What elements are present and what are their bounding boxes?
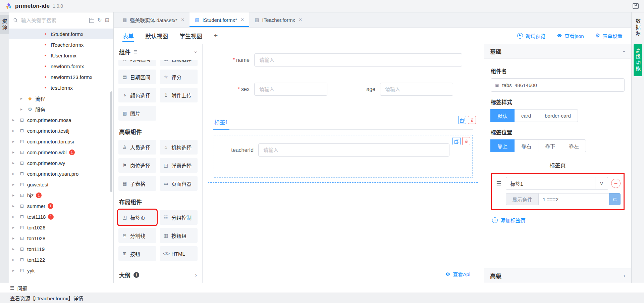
view-json-button[interactable]: 查看json <box>557 28 584 44</box>
expand-arrow-icon[interactable]: ▸ <box>12 150 17 155</box>
palette-component[interactable]: ⊞ 按钮 <box>118 246 156 261</box>
tree-item[interactable]: ▸ ◆ 流程 <box>9 93 113 104</box>
condition-code-button[interactable]: C <box>609 193 621 205</box>
tree-item[interactable]: ● newform123.formx <box>9 72 113 82</box>
view-api-link[interactable]: 查看Api <box>432 267 484 279</box>
expand-arrow-icon[interactable]: ▸ <box>20 107 25 112</box>
chevron-down-icon[interactable]: › <box>193 51 199 53</box>
tree-item[interactable]: ▸ ⊡ test1118 1 <box>9 211 113 222</box>
tab-position-option[interactable]: 靠上 <box>490 139 515 152</box>
name-field-input[interactable] <box>254 53 462 67</box>
expand-arrow-icon[interactable]: ▸ <box>12 193 17 198</box>
view-tab[interactable]: 默认视图 <box>145 28 168 44</box>
debug-preview-button[interactable]: 调试预览 <box>517 28 545 44</box>
tree-item[interactable]: ▸ ⊡ com.primeton.mosa <box>9 115 113 125</box>
form-canvas[interactable]: *name *sex age <box>203 44 484 283</box>
palette-component[interactable]: ⚑ 岗位选择 <box>118 158 156 173</box>
accent-panel-tab[interactable]: 高级功能 <box>634 44 642 76</box>
component-name-input[interactable] <box>502 82 620 88</box>
tree-item[interactable]: ▸ ⊡ yyk <box>9 265 113 276</box>
collapse-panel-icon[interactable]: ⊟ <box>105 17 109 23</box>
sex-field-input[interactable] <box>254 83 327 96</box>
expand-arrow-icon[interactable]: ▸ <box>12 257 17 262</box>
view-tab[interactable]: 表单 <box>122 28 134 44</box>
expand-arrow-icon[interactable]: ▸ <box>12 161 17 165</box>
outline-panel-header[interactable]: 大纲 i › <box>114 267 202 283</box>
close-icon[interactable]: × <box>241 17 244 23</box>
delete-widget-button[interactable] <box>468 116 476 124</box>
palette-component[interactable]: ↥ 附件上传 <box>160 88 198 102</box>
document-tab[interactable]: ▤ IStudent.formx* × <box>190 12 249 27</box>
expand-arrow-icon[interactable]: ▸ <box>12 182 17 187</box>
teacherid-field-input[interactable] <box>258 143 449 157</box>
palette-header[interactable]: 组件 ☰ › <box>114 44 202 60</box>
chevron-down-icon[interactable]: › <box>621 50 628 52</box>
palette-component[interactable]: ♙ 人员选择 <box>118 140 156 155</box>
expand-arrow-icon[interactable]: ▸ <box>12 139 17 144</box>
palette-component[interactable]: ☷ 分组控制 <box>160 210 198 225</box>
tree-item[interactable]: ▸ ⊡ guweitest <box>9 179 113 190</box>
tree-item[interactable]: ▸ ⚙ 服务 <box>9 104 113 115</box>
palette-component[interactable]: ▤ 日期区间 <box>118 70 156 84</box>
tab-position-option[interactable]: 靠左 <box>562 139 586 152</box>
document-tab[interactable]: ▤ ITeacher.formx × <box>249 12 307 27</box>
expand-arrow-icon[interactable]: ▸ <box>12 128 17 133</box>
expand-arrow-icon[interactable]: ▸ <box>20 96 25 101</box>
tree-item[interactable]: ▸ ⊡ com.primeton.wbl 1 <box>9 147 113 158</box>
tree-item[interactable]: ▸ ⊡ ton1028 <box>9 233 113 244</box>
tab-position-option[interactable]: 靠右 <box>514 139 538 152</box>
resources-panel-tab[interactable]: 资源 <box>0 15 9 34</box>
expand-arrow-icon[interactable]: ▸ <box>12 204 17 208</box>
new-folder-icon[interactable] <box>89 19 94 23</box>
nested-row-container[interactable]: teacherId <box>214 135 473 178</box>
tab-variable-button[interactable]: V <box>595 177 608 190</box>
tree-item[interactable]: ▸ ⊡ com.primeton.wy <box>9 158 113 168</box>
age-field-input[interactable] <box>380 83 453 96</box>
tree-item[interactable]: ▸ ⊡ ton1026 <box>9 222 113 233</box>
expand-arrow-icon[interactable]: ▸ <box>12 247 17 251</box>
datasource-panel-tab[interactable]: 数据源 <box>634 16 642 39</box>
tree-item[interactable]: ▸ ⊡ ton1119 <box>9 244 113 254</box>
form-settings-button[interactable]: ⚙ 表单设置 <box>595 28 623 44</box>
expand-arrow-icon[interactable]: ▸ <box>12 225 17 230</box>
delete-widget-button[interactable] <box>462 137 470 145</box>
tab-position-option[interactable]: 靠下 <box>538 139 562 152</box>
palette-component[interactable]: ◳ 弹窗选择 <box>160 158 198 173</box>
palette-component[interactable]: ▥ 按钮组 <box>160 228 198 243</box>
copy-widget-button[interactable] <box>452 137 461 145</box>
tree-item[interactable]: ▸ ⊡ com.primeton.ton.psi <box>9 136 113 147</box>
expand-arrow-icon[interactable]: ▸ <box>12 171 17 176</box>
tree-item[interactable]: ▸ ⊡ hjz 1 <box>9 190 113 201</box>
search-input[interactable] <box>21 17 86 23</box>
chevron-right-icon[interactable]: › <box>623 272 625 279</box>
view-tab[interactable]: 学生视图 <box>179 28 202 44</box>
tree-item[interactable]: ● IUser.formx <box>9 50 113 61</box>
widget-active-tab[interactable]: 标签1 <box>213 118 229 129</box>
expand-arrow-icon[interactable]: ▸ <box>12 118 17 122</box>
save-icon[interactable] <box>633 3 639 9</box>
tree-item[interactable]: ▸ ⊡ com.primeton.testlj <box>9 125 113 136</box>
chevron-right-icon[interactable]: › <box>195 272 197 278</box>
expand-arrow-icon[interactable]: ▸ <box>12 236 17 241</box>
palette-component[interactable]: ▦ 子表格 <box>118 176 156 191</box>
palette-component[interactable]: ◰ 标签页 <box>118 210 156 225</box>
remove-tab-button[interactable]: − <box>611 179 621 188</box>
tree-item[interactable]: ▸ ⊡ com.primeton.yuan.pro <box>9 168 113 179</box>
palette-component[interactable]: ⊟ 分割线 <box>118 228 156 243</box>
close-icon[interactable]: × <box>299 17 302 23</box>
palette-component[interactable]: ▭ 页面容器 <box>160 176 198 191</box>
expand-arrow-icon[interactable]: ▸ <box>12 268 17 273</box>
expand-arrow-icon[interactable]: ▸ <box>12 214 17 219</box>
palette-component[interactable]: ◷ 时间区间 <box>118 60 156 66</box>
tree-item[interactable]: ● ITeacher.formx <box>9 39 113 50</box>
palette-component[interactable]: </> HTML <box>160 246 198 261</box>
tree-item[interactable]: ▸ ⊡ ton1122 <box>9 254 113 265</box>
palette-component[interactable]: ▨ 图片 <box>118 106 156 121</box>
basic-section-header[interactable]: 基础 › <box>484 44 631 59</box>
sidebar-scrollbar[interactable] <box>110 91 112 192</box>
tabs-widget[interactable]: 标签1 <box>208 114 478 183</box>
close-icon[interactable]: × <box>181 17 184 23</box>
display-condition-input[interactable] <box>539 193 609 205</box>
document-tab[interactable]: ▦ 强关联实体.datasetx* × <box>117 12 190 27</box>
tree-item[interactable]: ● IStudent.formx <box>9 29 113 39</box>
